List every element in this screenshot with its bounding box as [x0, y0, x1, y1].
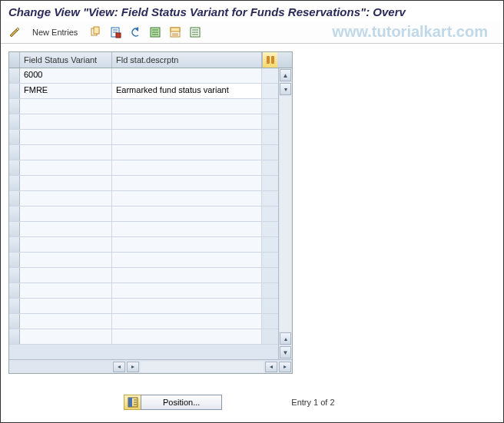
scroll-up-step-icon[interactable]: ▾ [280, 83, 291, 95]
deselect-all-icon[interactable] [187, 25, 203, 40]
cell-desc[interactable] [112, 268, 262, 283]
cell-variant[interactable] [20, 314, 112, 329]
cell-variant[interactable] [20, 222, 112, 236]
cell-variant[interactable] [20, 114, 112, 129]
cell-variant[interactable] [20, 130, 112, 144]
table-row[interactable]: 6000 [9, 68, 278, 84]
scroll-track[interactable] [280, 96, 291, 332]
cell-desc[interactable] [112, 283, 262, 298]
table-row[interactable] [9, 114, 278, 130]
copy-icon[interactable] [88, 25, 103, 40]
configure-columns-icon[interactable] [262, 52, 277, 68]
cell-variant[interactable] [20, 176, 112, 190]
row-selector[interactable] [9, 191, 20, 206]
row-selector[interactable] [9, 237, 20, 252]
table-row[interactable] [9, 253, 278, 268]
select-all-column[interactable] [9, 52, 20, 68]
cell-variant[interactable] [20, 160, 112, 175]
cell-variant[interactable] [20, 237, 112, 252]
cell-desc[interactable] [112, 130, 262, 144]
row-selector[interactable] [9, 283, 20, 298]
row-selector[interactable] [9, 114, 20, 129]
cell-desc[interactable] [112, 253, 262, 267]
cell-desc[interactable] [112, 237, 262, 252]
table-row[interactable] [9, 299, 278, 314]
row-selector[interactable] [9, 253, 20, 267]
row-selector[interactable] [9, 130, 20, 144]
scroll-right-step-icon[interactable]: ◂ [265, 362, 277, 372]
col-header-description[interactable]: Fld stat.descrptn [112, 52, 262, 68]
cell-variant[interactable] [20, 145, 112, 160]
row-selector[interactable] [9, 268, 20, 283]
row-selector[interactable] [9, 207, 20, 221]
position-button[interactable]: Position... [141, 395, 222, 410]
scroll-right-icon[interactable]: ▸ [279, 362, 291, 372]
cell-desc[interactable] [112, 314, 262, 329]
table-row[interactable] [9, 237, 278, 253]
toggle-icon[interactable] [7, 25, 22, 40]
table-row[interactable] [9, 99, 278, 114]
row-selector[interactable] [9, 299, 20, 313]
cell-variant[interactable] [20, 191, 112, 206]
row-selector[interactable] [9, 314, 20, 329]
table-row[interactable] [9, 207, 278, 222]
cell-desc[interactable] [112, 222, 262, 236]
cell-desc[interactable] [112, 145, 262, 160]
cell-desc[interactable] [112, 99, 262, 114]
table-row[interactable] [9, 145, 278, 160]
toolbar: New Entries www.tutorialkart.com [1, 21, 503, 44]
table-row[interactable] [9, 329, 278, 345]
table-row[interactable] [9, 268, 278, 283]
position-icon[interactable] [124, 395, 141, 410]
select-all-icon[interactable] [148, 25, 163, 40]
table-row[interactable] [9, 314, 278, 329]
cell-variant[interactable] [20, 329, 112, 344]
table-row[interactable] [9, 283, 278, 299]
cell-desc[interactable]: Earmarked fund status variant [112, 84, 262, 98]
cell-desc[interactable] [112, 329, 262, 344]
row-selector[interactable] [9, 160, 20, 175]
cell-variant[interactable] [20, 299, 112, 313]
cell-desc[interactable] [112, 191, 262, 206]
cell-variant[interactable] [20, 283, 112, 298]
row-selector[interactable] [9, 68, 20, 83]
row-selector[interactable] [9, 222, 20, 236]
row-selector[interactable] [9, 84, 20, 98]
scroll-down-step-icon[interactable]: ▴ [280, 332, 291, 345]
scroll-left-step-icon[interactable]: ▸ [127, 362, 139, 372]
cell-desc[interactable] [112, 68, 262, 83]
row-selector[interactable] [9, 145, 20, 160]
row-selector[interactable] [9, 99, 20, 114]
row-selector[interactable] [9, 329, 20, 344]
delete-icon[interactable] [108, 25, 123, 40]
cell-variant[interactable] [20, 207, 112, 221]
row-selector[interactable] [9, 176, 20, 190]
table-row[interactable] [9, 160, 278, 176]
cell-desc[interactable] [112, 160, 262, 175]
cell-variant[interactable] [20, 268, 112, 283]
cell-variant[interactable] [20, 253, 112, 267]
vertical-scrollbar[interactable]: ▲ ▾ ▴ ▼ [278, 68, 292, 359]
horizontal-scrollbar[interactable]: ◂ ▸ ◂ ▸ [9, 359, 292, 373]
cell-desc[interactable] [112, 114, 262, 129]
svg-rect-19 [271, 56, 274, 64]
cell-variant[interactable] [20, 99, 112, 114]
col-header-variant[interactable]: Field Status Variant [20, 52, 112, 68]
table-row[interactable] [9, 191, 278, 207]
table-row[interactable] [9, 222, 278, 237]
scroll-down-icon[interactable]: ▼ [280, 346, 291, 359]
cell-desc[interactable] [112, 207, 262, 221]
scroll-up-icon[interactable]: ▲ [280, 69, 291, 81]
select-block-icon[interactable] [167, 25, 183, 40]
cell-desc[interactable] [112, 176, 262, 190]
scroll-left-icon[interactable]: ◂ [113, 362, 125, 372]
table-row[interactable] [9, 176, 278, 191]
cell-variant[interactable]: FMRE [20, 84, 112, 98]
table-row[interactable] [9, 130, 278, 145]
cell-variant[interactable]: 6000 [20, 68, 112, 83]
table-row[interactable]: FMREEarmarked fund status variant [9, 84, 278, 99]
scroll-track-h[interactable] [141, 362, 264, 372]
cell-desc[interactable] [112, 299, 262, 313]
undo-icon[interactable] [128, 25, 143, 40]
new-entries-button[interactable]: New Entries [27, 25, 83, 39]
